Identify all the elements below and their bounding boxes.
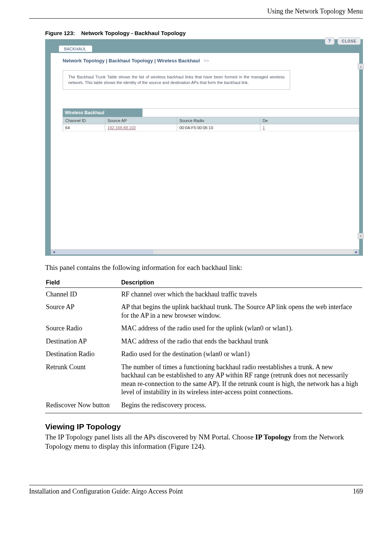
breadcrumb-arrows-icon: >>: [204, 58, 209, 63]
cell-destination-partial-link[interactable]: 1: [260, 124, 359, 131]
footer-page-number: 169: [353, 488, 363, 495]
table-row: Source APAP that begins the uplink backh…: [45, 301, 362, 322]
header-description: Description: [120, 277, 362, 288]
table-row: Destination RadioRadio used for the dest…: [45, 348, 362, 361]
header-field: Field: [45, 277, 120, 288]
para-text: The IP Topology panel lists all the APs …: [45, 433, 255, 441]
horizontal-scrollbar[interactable]: ◂ ▸: [51, 249, 359, 255]
screenshot-container: ? CLOSE BACKHAUL Network Topology | Back…: [45, 39, 363, 256]
scrollbar-thumb[interactable]: [56, 250, 153, 254]
scroll-up-icon[interactable]: ▴: [358, 63, 364, 69]
table-row: Channel IDRF channel over which the back…: [45, 287, 362, 301]
table-row: Destination APMAC address of the radio t…: [45, 335, 362, 348]
table-row: Source RadioMAC address of the radio use…: [45, 322, 362, 335]
figure-caption: Figure 123: Network Topology - Backhaul …: [45, 30, 363, 36]
panel-intro-text: This panel contains the following inform…: [45, 263, 363, 273]
help-button[interactable]: ?: [325, 37, 335, 45]
table-header-row: Field Description: [45, 277, 362, 288]
breadcrumb: Network Topology | Backhaul Topology | W…: [63, 58, 359, 63]
close-button[interactable]: CLOSE: [338, 37, 361, 45]
figure-title: Network Topology - Backhaul Topology: [81, 30, 186, 36]
screenshot-panel: BACKHAUL Network Topology | Backhaul Top…: [51, 45, 359, 250]
table-row: Rediscover Now buttonBegins the rediscov…: [45, 399, 362, 413]
scroll-left-icon[interactable]: ◂: [51, 250, 56, 254]
scroll-right-icon[interactable]: ▸: [354, 250, 359, 254]
field-name: Source AP: [45, 301, 120, 322]
table-header-row: Channel ID Source AP Source Radio De: [63, 117, 359, 124]
intro-description: The Backhaul Trunk Table shows the list …: [63, 70, 290, 90]
cell-channel-id: 64: [63, 124, 105, 131]
field-name: Retrunk Count: [45, 361, 120, 399]
para-bold: IP Topology: [255, 433, 291, 441]
col-source-radio[interactable]: Source Radio: [177, 117, 260, 124]
field-desc: RF channel over which the backhaul traff…: [120, 287, 362, 301]
footer-title: Installation and Configuration Guide: Ai…: [29, 488, 183, 495]
backhaul-table: Channel ID Source AP Source Radio De 64 …: [63, 117, 359, 131]
field-desc: AP that begins the uplink backhaul trunk…: [120, 301, 362, 322]
tab-strip: BACKHAUL: [51, 45, 359, 53]
figure-number: Figure 123:: [45, 30, 75, 36]
col-destination-partial[interactable]: De: [260, 117, 359, 124]
cell-source-radio: 00:0A:F5:00:06:10: [177, 124, 260, 131]
ip-topology-paragraph: The IP Topology panel lists all the APs …: [45, 433, 363, 451]
breadcrumb-item[interactable]: Backhaul Topology: [109, 58, 153, 63]
field-desc: The number of times a functioning backha…: [120, 361, 362, 399]
table-row: Retrunk CountThe number of times a funct…: [45, 361, 362, 399]
col-source-ap[interactable]: Source AP: [105, 117, 177, 124]
field-name: Source Radio: [45, 322, 120, 335]
field-name: Destination AP: [45, 335, 120, 348]
field-desc: Radio used for the destination (wlan0 or…: [120, 348, 362, 361]
col-channel-id[interactable]: Channel ID: [63, 117, 105, 124]
header-section-title: Using the Network Topology Menu: [29, 7, 363, 19]
breadcrumb-item[interactable]: Network Topology: [63, 58, 104, 63]
cell-source-ap-link[interactable]: 192.168.88.102: [105, 124, 177, 131]
section-heading-ip-topology: Viewing IP Topology: [45, 422, 363, 431]
field-name: Destination Radio: [45, 348, 120, 361]
breadcrumb-item[interactable]: Wireless Backhaul: [157, 58, 200, 63]
wireless-backhaul-section: Wireless Backhaul Channel ID Source AP S…: [63, 108, 359, 131]
wireless-backhaul-header: Wireless Backhaul: [63, 109, 142, 117]
vertical-scrollbar[interactable]: ▴ ▾: [358, 63, 363, 239]
page-footer: Installation and Configuration Guide: Ai…: [29, 485, 363, 495]
field-name: Rediscover Now button: [45, 399, 120, 413]
scroll-down-icon[interactable]: ▾: [358, 233, 364, 239]
field-desc: MAC address of the radio used for the up…: [120, 322, 362, 335]
table-row: 64 192.168.88.102 00:0A:F5:00:06:10 1: [63, 124, 359, 131]
tab-backhaul[interactable]: BACKHAUL: [59, 46, 92, 52]
field-desc: MAC address of the radio that ends the b…: [120, 335, 362, 348]
field-desc: Begins the rediscovery process.: [120, 399, 362, 413]
field-name: Channel ID: [45, 287, 120, 301]
field-description-table: Field Description Channel IDRF channel o…: [45, 277, 362, 414]
